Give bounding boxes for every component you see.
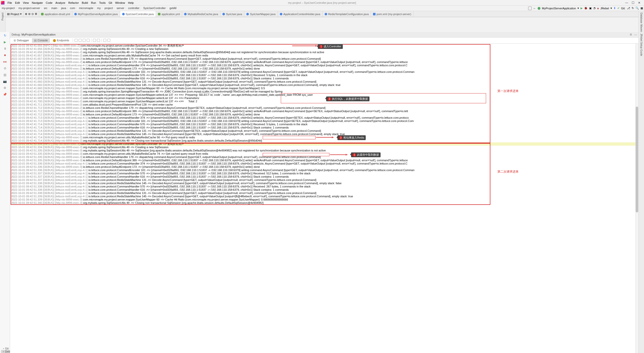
- crumb-9[interactable]: server: [116, 7, 125, 10]
- right-tool-stripe-2[interactable]: JRebel Setup Guide: [638, 32, 644, 353]
- menu-navigate[interactable]: Navigate: [30, 1, 44, 4]
- java-file-icon: [184, 13, 187, 15]
- minimize-panel-icon[interactable]: —: [634, 33, 637, 36]
- editor-tab[interactable]: SysUserMapper.java: [244, 11, 278, 17]
- back-icon[interactable]: ←: [533, 7, 536, 10]
- git-commit-icon[interactable]: ✔: [617, 7, 620, 10]
- user-label: JRebel: [600, 7, 609, 10]
- editor-tab[interactable]: ApplicationContextHolder.java: [278, 11, 323, 17]
- crumb-5[interactable]: com: [69, 7, 76, 10]
- step-out-icon[interactable]: [87, 39, 90, 42]
- pin-icon[interactable]: 📌: [3, 92, 7, 97]
- debugger-tab[interactable]: ⊞Debugger: [12, 38, 31, 43]
- editor-tabs: ▤ Project ▾ ⊕ ⊖ ⊙ ⚙ application-druid.ym…: [6, 11, 638, 17]
- menu-git[interactable]: Git: [107, 1, 114, 4]
- crumb-11[interactable]: SysUserController: [143, 7, 166, 10]
- crumb-6[interactable]: micromaple: [78, 7, 94, 10]
- menu-tools[interactable]: Tools: [97, 1, 107, 4]
- highlight-box-request2: [11, 143, 490, 205]
- collapse-icon[interactable]: ⊖: [28, 12, 30, 16]
- step-over-icon[interactable]: [75, 39, 78, 42]
- profile-icon[interactable]: ◔: [593, 7, 596, 10]
- menu-build[interactable]: Build: [80, 1, 89, 4]
- editor-tab[interactable]: SysUserController.java: [120, 11, 156, 17]
- console-output[interactable]: 2022-10-01 09:42:41.655 [INFO ] [http-ni…: [10, 44, 638, 353]
- expand-icon[interactable]: ⊕: [25, 12, 27, 16]
- maximize-icon[interactable]: ☐: [632, 1, 634, 5]
- layout-icon[interactable]: ▤: [3, 73, 7, 77]
- endpoints-tab[interactable]: ⬤Endpoints: [51, 38, 71, 43]
- menu-code[interactable]: Code: [44, 1, 54, 4]
- settings-icon[interactable]: ⚙: [35, 12, 37, 16]
- force-step-icon[interactable]: [83, 39, 86, 42]
- maven-tool[interactable]: Maven: [640, 24, 643, 32]
- scrollbar-thumb[interactable]: [636, 107, 638, 212]
- close-icon[interactable]: ✕: [638, 1, 640, 5]
- resume-icon[interactable]: ▶: [3, 40, 7, 44]
- scrollbar-track[interactable]: [635, 44, 638, 353]
- search-icon[interactable]: 🔍: [635, 7, 639, 10]
- minimize-icon[interactable]: —: [625, 1, 628, 5]
- menu-view[interactable]: View: [21, 1, 30, 4]
- menu-run[interactable]: Run: [89, 1, 97, 4]
- crumb-7[interactable]: my: [96, 7, 101, 10]
- java-file-icon: [246, 13, 249, 15]
- crumb-2[interactable]: src: [43, 7, 48, 10]
- git-branch-icon[interactable]: ⎇: [627, 7, 630, 10]
- pause-icon[interactable]: ⏸: [3, 47, 7, 51]
- editor-tab[interactable]: MyProjectServerApplication.java: [72, 11, 120, 17]
- crumb-8[interactable]: project: [104, 7, 114, 10]
- breadcrumb[interactable]: my-project〉my-project-server〉src〉main〉ja…: [1, 7, 177, 10]
- step-into-icon[interactable]: [79, 39, 82, 42]
- right-tool-stripe[interactable]: Database Maven: [638, 11, 644, 32]
- database-tool[interactable]: Database: [640, 13, 643, 23]
- user-dropdown-icon[interactable]: ▾: [611, 7, 612, 10]
- project-selector[interactable]: ▤ Project ▾: [6, 11, 23, 17]
- run-config-select[interactable]: MyProjectServerApplication: [542, 7, 576, 10]
- trace-icon[interactable]: [103, 39, 106, 42]
- view-breakpoints-icon[interactable]: ●●: [3, 60, 7, 64]
- git-update-icon[interactable]: ↻: [632, 7, 634, 10]
- dropdown-icon[interactable]: ▾: [578, 7, 579, 10]
- project-tool[interactable]: Project: [1, 13, 4, 20]
- left-tool-stripe[interactable]: Project: [0, 11, 6, 32]
- menu-analyze[interactable]: Analyze: [54, 1, 67, 4]
- crumb-0[interactable]: my-project: [1, 7, 15, 10]
- editor-tab[interactable]: application.yml: [156, 11, 182, 17]
- coverage-icon[interactable]: ▣: [589, 7, 592, 10]
- mute-breakpoints-icon[interactable]: ⊘: [3, 66, 7, 70]
- run-icon[interactable]: ▶: [581, 7, 583, 10]
- camera-icon[interactable]: 📷: [3, 79, 7, 83]
- editor-tab[interactable]: SysUser.java: [220, 11, 244, 17]
- gear-icon[interactable]: ▦: [640, 7, 643, 10]
- evaluate-icon[interactable]: [97, 39, 100, 42]
- crumb-sep: 〉: [67, 7, 69, 10]
- debug-icon[interactable]: 🐞: [584, 7, 588, 10]
- more-icon[interactable]: [107, 39, 110, 42]
- jrebel-guide-tool[interactable]: JRebel Setup Guide: [640, 34, 643, 56]
- stop-icon[interactable]: ■: [597, 7, 599, 10]
- editor-tab[interactable]: application-druid.yml: [39, 11, 72, 17]
- crumb-12[interactable]: getAll: [169, 7, 177, 10]
- locate-icon[interactable]: ⊙: [31, 12, 34, 16]
- stop-icon[interactable]: ■: [3, 53, 7, 57]
- build-icon[interactable]: [528, 7, 532, 10]
- crumb-1[interactable]: my-project-server: [18, 7, 41, 10]
- menu-edit[interactable]: Edit: [14, 1, 21, 4]
- crumb-10[interactable]: controller: [127, 7, 140, 10]
- run-to-cursor-icon[interactable]: [93, 39, 96, 42]
- gear-icon[interactable]: ⚙: [630, 33, 632, 36]
- menu-file[interactable]: File: [6, 1, 14, 4]
- git-pull-icon[interactable]: ⬇: [614, 7, 616, 10]
- editor-tab[interactable]: RedisTemplateConfiguration.java: [323, 11, 371, 17]
- editor-tab[interactable]: pom.xml (my-project-server): [371, 11, 414, 17]
- menu-refactor[interactable]: Refactor: [67, 1, 80, 4]
- settings-icon[interactable]: ⚙: [3, 86, 7, 90]
- editor-tab[interactable]: MybatisRedisCache.java: [182, 11, 220, 17]
- crumb-3[interactable]: main: [51, 7, 58, 10]
- crumb-4[interactable]: java: [60, 7, 67, 10]
- menu-window[interactable]: Window: [114, 1, 126, 4]
- menu-help[interactable]: Help: [126, 1, 135, 4]
- rerun-icon[interactable]: ↻: [3, 34, 7, 38]
- console-tab[interactable]: ▤Console: [32, 38, 50, 43]
